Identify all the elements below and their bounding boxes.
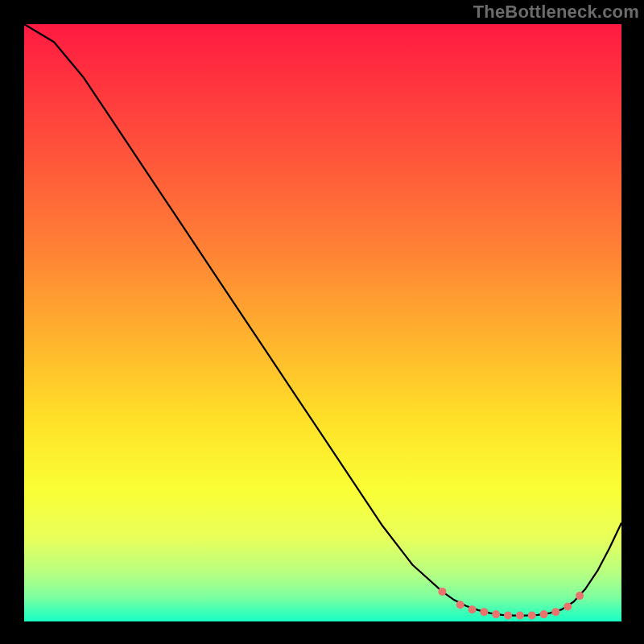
data-dot (528, 612, 536, 620)
data-dot (469, 605, 477, 613)
data-dot (456, 601, 464, 609)
data-dot (516, 612, 524, 620)
chart-stage: TheBottleneck.com (0, 0, 644, 644)
plot-background (24, 24, 621, 621)
data-dot (492, 610, 500, 618)
data-dot (551, 608, 559, 616)
data-dot (576, 592, 584, 600)
data-dot (480, 608, 488, 616)
data-dot (438, 588, 446, 596)
chart-svg (0, 0, 644, 644)
data-dot (504, 612, 512, 620)
data-dot (564, 602, 572, 610)
data-dot (540, 610, 548, 618)
